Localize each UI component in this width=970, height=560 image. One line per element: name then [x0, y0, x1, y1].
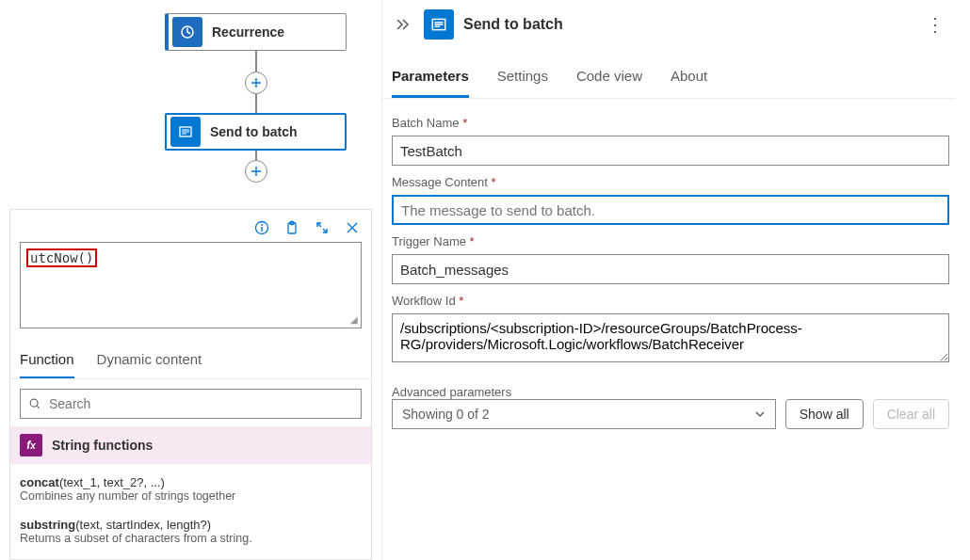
tab-code-view[interactable]: Code view	[576, 62, 642, 98]
tab-function[interactable]: Function	[20, 345, 74, 378]
clock-icon	[172, 17, 202, 47]
fn-desc: Returns a subset of characters from a st…	[20, 532, 362, 545]
clear-all-button: Clear all	[873, 399, 949, 429]
fn-desc: Combines any number of strings together	[20, 489, 362, 503]
function-search-input[interactable]	[20, 389, 362, 419]
batch-icon	[170, 117, 201, 147]
fn-name: concat	[20, 475, 59, 489]
add-step-button[interactable]	[245, 160, 267, 183]
panel-tabs: Parameters Settings Code view About	[382, 49, 955, 99]
connector-line	[255, 151, 257, 160]
expression-editor-panel: utcNow() ◢ Function Dynamic content fx S	[9, 209, 372, 560]
tab-dynamic-content[interactable]: Dynamic content	[97, 345, 202, 378]
search-field[interactable]	[49, 396, 353, 411]
batch-name-input[interactable]	[392, 136, 949, 166]
advanced-params-summary: Showing 0 of 2	[402, 407, 490, 422]
workflow-id-input[interactable]	[392, 313, 949, 362]
advanced-params-select[interactable]: Showing 0 of 2	[392, 399, 776, 429]
collapse-panel-icon[interactable]	[392, 14, 414, 35]
trigger-name-label: Trigger Name *	[392, 234, 949, 248]
function-item-concat[interactable]: concat(text_1, text_2?, ...) Combines an…	[20, 470, 362, 512]
fn-args: (text, startIndex, length?)	[75, 518, 211, 532]
message-content-input[interactable]	[392, 195, 949, 225]
node-recurrence[interactable]: Recurrence	[165, 13, 347, 51]
expand-icon[interactable]	[309, 216, 335, 240]
node-send-to-batch[interactable]: Send to batch	[165, 113, 347, 151]
close-icon[interactable]	[339, 216, 365, 240]
details-panel: Send to batch ⋮ Parameters Settings Code…	[381, 0, 970, 560]
fn-args: (text_1, text_2?, ...)	[59, 475, 165, 489]
expression-input[interactable]: utcNow() ◢	[20, 242, 362, 328]
tab-parameters[interactable]: Parameters	[392, 62, 469, 98]
clipboard-icon[interactable]	[279, 216, 305, 240]
function-item-substring[interactable]: substring(text, startIndex, length?) Ret…	[20, 512, 362, 554]
tab-about[interactable]: About	[671, 62, 707, 98]
message-content-label: Message Content *	[392, 175, 949, 189]
workflow-canvas[interactable]: Recurrence Send to batch	[0, 0, 381, 198]
tab-settings[interactable]: Settings	[497, 62, 548, 98]
batch-name-label: Batch Name *	[392, 116, 949, 130]
trigger-name-input[interactable]	[392, 254, 949, 284]
connector-line	[255, 51, 257, 72]
workflow-id-label: Workflow Id *	[392, 294, 949, 308]
connector-line	[255, 94, 257, 113]
show-all-button[interactable]: Show all	[785, 399, 864, 429]
string-functions-header[interactable]: fx String functions	[10, 426, 371, 464]
svg-point-7	[30, 399, 38, 407]
svg-point-3	[261, 224, 263, 226]
search-icon	[28, 397, 41, 410]
fn-name: substring	[20, 518, 75, 532]
node-recurrence-label: Recurrence	[206, 24, 307, 40]
batch-icon	[424, 9, 454, 40]
function-list: concat(text_1, text_2?, ...) Combines an…	[10, 464, 371, 559]
node-sendbatch-label: Send to batch	[204, 124, 320, 139]
chevron-down-icon	[754, 408, 766, 420]
fx-icon: fx	[20, 434, 42, 456]
expression-tabs: Function Dynamic content	[10, 336, 371, 379]
info-icon[interactable]	[249, 216, 275, 240]
more-options-icon[interactable]: ⋮	[922, 13, 949, 36]
add-step-button[interactable]	[245, 72, 267, 94]
advanced-params-label: Advanced parameters	[392, 385, 776, 399]
svg-rect-4	[261, 227, 262, 232]
panel-title: Send to batch	[463, 16, 913, 33]
string-functions-title: String functions	[52, 438, 153, 453]
expression-value: utcNow()	[26, 248, 97, 267]
